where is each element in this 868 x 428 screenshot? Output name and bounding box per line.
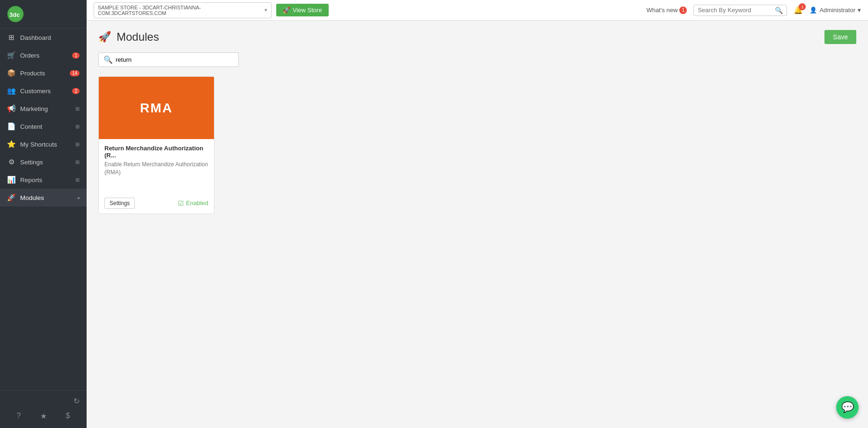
- sidebar-navigation: ⊞ Dashboard 🛒 Orders 1 📦 Products 14 👥 C…: [0, 29, 87, 390]
- sidebar-item-my-shortcuts[interactable]: ⭐ My Shortcuts ⊞: [0, 135, 87, 153]
- module-card-title: Return Merchandize Authorization (R...: [104, 145, 208, 159]
- sidebar-item-content[interactable]: 📄 Content ⊞: [0, 118, 87, 135]
- module-search-input[interactable]: [116, 56, 234, 63]
- sidebar-item-settings[interactable]: ⚙ Settings ⊞: [0, 153, 87, 171]
- whats-new-badge: 1: [679, 7, 687, 14]
- user-icon: 👤: [809, 7, 817, 14]
- main-area: SAMPLE STORE - 3DCART-CHRISTIANNA-COM.3D…: [87, 0, 868, 428]
- settings-expand-icon: ⊞: [75, 159, 80, 165]
- module-settings-button[interactable]: Settings: [104, 198, 135, 209]
- admin-chevron: ▾: [858, 7, 861, 14]
- dashboard-icon: ⊞: [7, 33, 15, 42]
- favorites-icon[interactable]: ★: [40, 412, 47, 421]
- customers-icon: 👥: [7, 87, 15, 95]
- module-search-icon: 🔍: [103, 55, 113, 64]
- help-icon[interactable]: ?: [17, 412, 21, 421]
- sidebar: 3dc ⊞ Dashboard 🛒 Orders 1 📦 Products 14…: [0, 0, 87, 428]
- sidebar-item-customers[interactable]: 👥 Customers 2: [0, 82, 87, 100]
- sidebar-item-label: Products: [20, 70, 45, 77]
- shortcuts-icon: ⭐: [7, 140, 15, 148]
- reports-icon: 📊: [7, 176, 15, 184]
- content-expand-icon: ⊞: [75, 124, 80, 130]
- module-card-rma: RMA Return Merchandize Authorization (R.…: [98, 76, 214, 214]
- sidebar-item-orders[interactable]: 🛒 Orders 1: [0, 46, 87, 64]
- module-card-image: RMA: [99, 77, 214, 139]
- page-title: Modules: [117, 30, 159, 44]
- view-store-icon: 🚀: [283, 7, 290, 14]
- settings-icon: ⚙: [7, 158, 15, 166]
- sidebar-bottom: ↻ ? ★ $: [0, 390, 87, 428]
- rma-image-label: RMA: [140, 101, 173, 116]
- refresh-icon[interactable]: ↻: [74, 397, 80, 406]
- page-title-row: 🚀 Modules: [98, 30, 159, 44]
- marketing-expand-icon: ⊞: [75, 106, 80, 112]
- global-search: 🔍: [693, 5, 787, 16]
- module-search: 🔍: [98, 52, 239, 67]
- sidebar-item-label: Orders: [20, 52, 39, 59]
- enabled-check-icon: ☑: [178, 199, 184, 207]
- products-icon: 📦: [7, 69, 15, 77]
- sidebar-logo: 3dc: [0, 0, 87, 29]
- search-icon[interactable]: 🔍: [775, 7, 783, 14]
- sidebar-item-marketing[interactable]: 📢 Marketing ⊞: [0, 100, 87, 118]
- reports-expand-icon: ⊞: [75, 177, 80, 183]
- view-store-button[interactable]: 🚀 View Store: [276, 4, 329, 16]
- content-icon: 📄: [7, 122, 15, 131]
- search-input[interactable]: [698, 7, 772, 14]
- module-card-body: Return Merchandize Authorization (R... E…: [99, 139, 214, 177]
- sidebar-item-label: Customers: [20, 88, 51, 95]
- sidebar-item-label: Marketing: [20, 105, 48, 112]
- chat-bubble[interactable]: 💬: [836, 396, 859, 419]
- shortcuts-expand-icon: ⊞: [75, 141, 80, 148]
- sidebar-item-label: Modules: [20, 194, 44, 201]
- topbar-right: What's new 1 🔍 🔔 1 👤 Administrator ▾: [647, 5, 861, 16]
- sidebar-item-dashboard[interactable]: ⊞ Dashboard: [0, 29, 87, 46]
- orders-icon: 🛒: [7, 51, 15, 59]
- page-header: 🚀 Modules Save: [98, 30, 856, 44]
- page-title-icon: 🚀: [98, 31, 111, 43]
- sidebar-item-label: Reports: [20, 177, 42, 184]
- admin-user-menu[interactable]: 👤 Administrator ▾: [809, 7, 861, 14]
- svg-text:3dc: 3dc: [9, 11, 20, 18]
- sidebar-item-reports[interactable]: 📊 Reports ⊞: [0, 171, 87, 189]
- modules-icon: 🚀: [7, 193, 15, 202]
- sidebar-item-label: Content: [20, 123, 42, 130]
- sidebar-refresh: ↻: [0, 394, 87, 408]
- sidebar-item-label: Settings: [20, 159, 43, 166]
- store-selector-chevron: ▾: [265, 7, 267, 13]
- topbar: SAMPLE STORE - 3DCART-CHRISTIANNA-COM.3D…: [87, 0, 868, 21]
- module-card-description: Enable Return Merchandize Authorization …: [104, 161, 208, 177]
- sidebar-item-products[interactable]: 📦 Products 14: [0, 64, 87, 82]
- sidebar-item-label: Dashboard: [20, 34, 51, 41]
- store-selector[interactable]: SAMPLE STORE - 3DCART-CHRISTIANNA-COM.3D…: [94, 2, 272, 18]
- billing-icon[interactable]: $: [66, 412, 70, 421]
- customers-badge: 2: [72, 88, 80, 94]
- modules-collapse-icon: ◂: [77, 195, 80, 201]
- save-button[interactable]: Save: [824, 30, 856, 44]
- whats-new[interactable]: What's new 1: [647, 7, 687, 14]
- content-area: 🚀 Modules Save 🔍 RMA Return Merchandize …: [87, 21, 868, 428]
- modules-grid: RMA Return Merchandize Authorization (R.…: [98, 76, 856, 214]
- module-card-footer: Settings ☑ Enabled: [99, 193, 214, 214]
- sidebar-bottom-icons: ? ★ $: [0, 408, 87, 424]
- sidebar-item-label: My Shortcuts: [20, 141, 57, 148]
- orders-badge: 1: [72, 52, 80, 59]
- sidebar-item-modules[interactable]: 🚀 Modules ◂: [0, 189, 87, 207]
- notifications-bell[interactable]: 🔔 1: [794, 6, 803, 15]
- store-name-label: SAMPLE STORE - 3DCART-CHRISTIANNA-COM.3D…: [98, 5, 262, 16]
- products-badge: 14: [70, 70, 80, 76]
- marketing-icon: 📢: [7, 104, 15, 113]
- notifications-badge: 1: [799, 3, 806, 10]
- module-enabled-status: ☑ Enabled: [178, 199, 208, 207]
